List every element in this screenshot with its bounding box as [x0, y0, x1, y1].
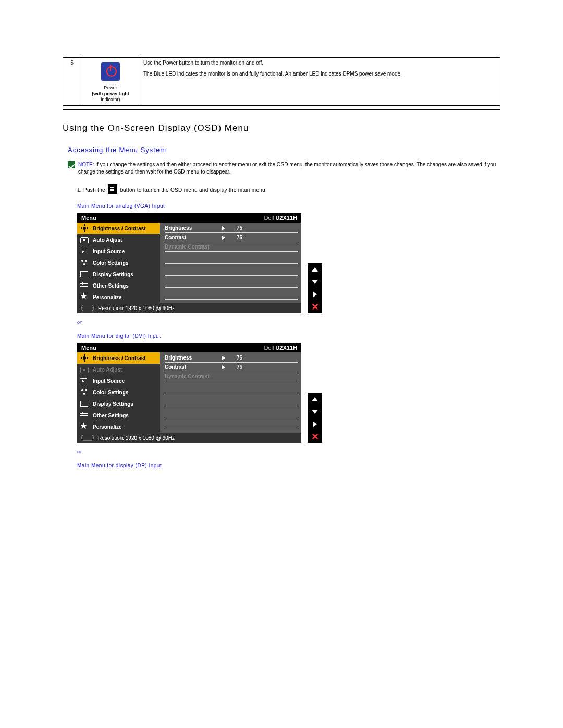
input-source-icon	[80, 377, 89, 385]
power-icon	[101, 62, 120, 81]
osd-brand: Dell	[264, 344, 274, 351]
opt-brightness[interactable]: Brightness75	[165, 353, 298, 363]
brightness-icon	[80, 354, 89, 362]
note-block: NOTE: If you change the settings and the…	[68, 161, 500, 175]
osd-model: U2X11H	[275, 344, 297, 351]
opt-contrast[interactable]: Contrast75	[165, 233, 298, 242]
feature-table: 5 Power (with power light indicator) Use…	[63, 57, 500, 106]
display-settings-icon	[80, 271, 88, 277]
energy-icon	[81, 305, 94, 311]
osd-footer: Resolution: 1920 x 1080 @ 60Hz	[77, 303, 301, 313]
label-dvi: Main Menu for digital (DVI) Input	[77, 333, 500, 339]
energy-icon	[81, 435, 94, 441]
or-label-2: or	[77, 449, 500, 454]
nav-display-settings[interactable]: Display Settings	[77, 398, 160, 410]
step1-post: button to launch the OSD menu and displa…	[120, 187, 267, 193]
osd-footer: Resolution: 1920 x 1080 @ 60Hz	[77, 433, 301, 443]
step1-pre: 1. Push the	[77, 187, 105, 193]
osd-title: Menu	[81, 215, 96, 221]
nav-other-settings[interactable]: Other Settings	[77, 280, 160, 291]
nav-enter-button[interactable]	[308, 288, 322, 301]
osd-brand: Dell	[264, 215, 274, 221]
color-settings-icon	[80, 388, 89, 397]
nav-color-settings[interactable]: Color Settings	[77, 387, 160, 398]
power-label-2: (with power light	[84, 91, 137, 97]
section-subheading: Accessing the Menu System	[68, 146, 500, 154]
nav-down-button[interactable]	[308, 405, 322, 418]
osd-side-controls: ✕	[308, 393, 322, 443]
personalize-icon	[80, 423, 89, 431]
nav-up-button[interactable]	[308, 393, 322, 405]
auto-adjust-icon	[80, 237, 89, 243]
arrow-right-icon	[222, 356, 225, 360]
arrow-right-icon	[222, 226, 225, 230]
row-index: 5	[63, 58, 81, 106]
display-settings-icon	[80, 401, 88, 407]
opt-dynamic-contrast: Dynamic Contrast	[165, 242, 298, 252]
arrow-right-icon	[222, 236, 225, 240]
opt-contrast[interactable]: Contrast75	[165, 363, 298, 372]
opt-blank	[165, 381, 298, 393]
nav-brightness[interactable]: Brightness / Contrast	[77, 223, 160, 234]
note-label: NOTE:	[78, 162, 94, 167]
auto-adjust-icon	[80, 367, 89, 373]
osd-nav: Brightness / Contrast Auto Adjust Input …	[77, 223, 160, 303]
nav-personalize[interactable]: Personalize	[77, 421, 160, 433]
osd-main: Brightness75 Contrast75 Dynamic Contrast	[160, 223, 301, 303]
osd-title: Menu	[81, 344, 96, 351]
menu-button-icon	[108, 184, 117, 194]
input-source-icon	[80, 247, 89, 255]
personalize-icon	[80, 293, 89, 301]
osd-nav: Brightness / Contrast Auto Adjust Input …	[77, 352, 160, 433]
nav-enter-button[interactable]	[308, 418, 322, 430]
nav-input-source[interactable]: Input Source	[77, 375, 160, 387]
note-text: If you change the settings and then eith…	[78, 162, 496, 175]
power-label-1: Power	[84, 85, 137, 91]
note-icon	[68, 161, 75, 168]
other-settings-icon	[80, 411, 89, 419]
nav-input-source[interactable]: Input Source	[77, 245, 160, 257]
opt-blank	[165, 393, 298, 405]
opt-blank	[165, 405, 298, 417]
osd-main: Brightness75 Contrast75 Dynamic Contrast	[160, 352, 301, 433]
section-heading: Using the On-Screen Display (OSD) Menu	[63, 123, 500, 133]
nav-brightness[interactable]: Brightness / Contrast	[77, 352, 160, 364]
nav-up-button[interactable]	[308, 263, 322, 276]
opt-blank	[165, 264, 298, 276]
step-1: 1. Push the button to launch the OSD men…	[77, 184, 500, 194]
color-settings-icon	[80, 258, 89, 267]
nav-close-button[interactable]: ✕	[308, 430, 322, 443]
nav-other-settings[interactable]: Other Settings	[77, 410, 160, 421]
nav-display-settings[interactable]: Display Settings	[77, 268, 160, 280]
nav-down-button[interactable]	[308, 276, 322, 288]
label-dp: Main Menu for display (DP) Input	[77, 463, 500, 468]
opt-dynamic-contrast: Dynamic Contrast	[165, 372, 298, 381]
power-description: Use the Power button to turn the monitor…	[140, 58, 500, 106]
osd-side-controls: ✕	[308, 263, 322, 313]
power-desc-line1: Use the Power button to turn the monitor…	[143, 60, 497, 66]
separator	[63, 109, 500, 110]
label-vga: Main Menu for analog (VGA) Input	[77, 203, 500, 209]
opt-brightness[interactable]: Brightness75	[165, 224, 298, 233]
nav-personalize[interactable]: Personalize	[77, 291, 160, 303]
brightness-icon	[80, 224, 89, 232]
osd-panel-vga: Menu Dell U2X11H Brightness / Contrast A…	[77, 213, 301, 313]
osd-model: U2X11H	[275, 215, 297, 221]
nav-auto-adjust[interactable]: Auto Adjust	[77, 234, 160, 245]
power-button-cell: Power (with power light indicator)	[81, 58, 140, 106]
power-desc-line2: The Blue LED indicates the monitor is on…	[143, 71, 497, 77]
opt-blank	[165, 417, 298, 429]
other-settings-icon	[80, 281, 89, 290]
arrow-right-icon	[222, 365, 225, 369]
nav-color-settings[interactable]: Color Settings	[77, 257, 160, 268]
nav-close-button[interactable]: ✕	[308, 301, 322, 313]
opt-blank	[165, 252, 298, 264]
nav-auto-adjust: Auto Adjust	[77, 364, 160, 375]
opt-blank	[165, 276, 298, 288]
or-label-1: or	[77, 319, 500, 325]
power-label-3: indicator)	[84, 97, 137, 103]
osd-panel-dvi: Menu Dell U2X11H Brightness / Contrast A…	[77, 343, 301, 443]
opt-blank	[165, 288, 298, 300]
